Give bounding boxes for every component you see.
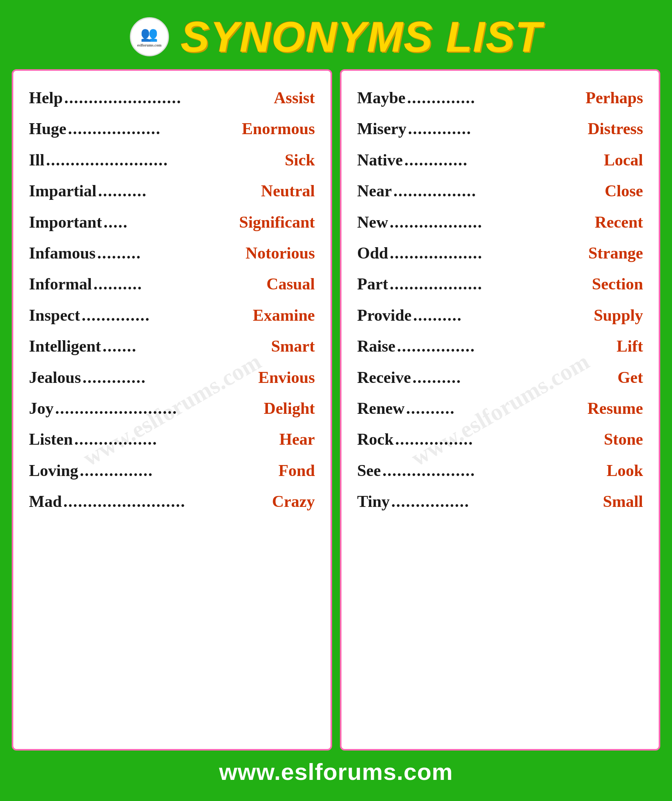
synonym: Fond (279, 461, 315, 480)
dots: ................... (390, 274, 590, 294)
synonym: Smart (271, 336, 315, 356)
dots: ......................... (63, 492, 270, 511)
word: Part (357, 274, 388, 294)
list-item: Rock................Stone (357, 424, 643, 455)
word: Rock (357, 429, 393, 449)
word: Impartial (29, 181, 97, 201)
list-item: Misery.............Distress (357, 113, 643, 144)
logo-text: eslforums.com (137, 43, 162, 48)
list-item: Near.................Close (357, 176, 643, 207)
list-item: Listen.................Hear (29, 424, 315, 455)
dots: .......... (413, 305, 592, 325)
list-item: Intelligent.......Smart (29, 331, 315, 362)
list-item: Raise................Lift (357, 331, 643, 362)
synonym: Local (604, 150, 643, 170)
synonym: Stone (604, 429, 643, 449)
dots: ................... (383, 461, 605, 480)
synonym: Hear (279, 429, 315, 449)
word: Ill (29, 150, 45, 170)
dots: .......... (413, 368, 616, 387)
logo-icon: 👥 (140, 26, 158, 42)
list-item: Impartial..........Neutral (29, 176, 315, 207)
list-item: Native.............Local (357, 145, 643, 176)
dots: ........................ (64, 88, 272, 108)
list-item: Important.....Significant (29, 207, 315, 238)
word: Renew (357, 399, 404, 418)
word: Mad (29, 492, 62, 511)
dots: ................. (74, 429, 278, 449)
synonym: Close (605, 181, 643, 201)
word: See (357, 461, 381, 480)
synonym: Distress (588, 119, 643, 138)
list-item: Part...................Section (357, 269, 643, 300)
dots: ............. (83, 368, 257, 387)
footer-text: www.eslforums.com (219, 759, 453, 785)
list-item: Jealous.............Envious (29, 362, 315, 393)
synonym: Strange (588, 243, 643, 263)
synonym: Examine (253, 305, 315, 325)
synonym: Recent (595, 212, 643, 232)
synonym: Neutral (261, 181, 315, 201)
list-item: Maybe..............Perhaps (357, 83, 643, 113)
list-item: Ill.........................Sick (29, 145, 315, 176)
dots: ............... (80, 461, 277, 480)
dots: ............. (404, 150, 602, 170)
synonym: Resume (588, 399, 643, 418)
dots: ....... (102, 336, 270, 356)
word: Near (357, 181, 392, 201)
synonym: Envious (258, 368, 315, 387)
word: Inspect (29, 305, 80, 325)
synonym: Sick (285, 150, 315, 170)
header: 👥 eslforums.com SYNONYMS LIST (12, 8, 660, 69)
word: Provide (357, 305, 411, 325)
synonym: Get (618, 368, 643, 387)
dots: ......... (97, 243, 244, 263)
list-item: Huge...................Enormous (29, 113, 315, 144)
list-item: Loving...............Fond (29, 455, 315, 486)
footer: www.eslforums.com (12, 751, 660, 789)
dots: ................ (397, 336, 615, 356)
word: Help (29, 88, 63, 108)
synonym: Crazy (272, 492, 315, 511)
word: Jealous (29, 368, 81, 387)
dots: ................... (390, 212, 593, 232)
word: Maybe (357, 88, 406, 108)
synonym: Supply (594, 305, 643, 325)
word: Raise (357, 336, 395, 356)
word: Receive (357, 368, 411, 387)
dots: .............. (407, 88, 584, 108)
list-item: Receive..........Get (357, 362, 643, 393)
dots: ......................... (46, 150, 283, 170)
word: Infamous (29, 243, 95, 263)
word: Native (357, 150, 403, 170)
word: Misery (357, 119, 406, 138)
left-column: www.eslforums.com Help..................… (12, 69, 332, 751)
synonym: Section (592, 274, 643, 294)
list-item: See...................Look (357, 455, 643, 486)
word: New (357, 212, 388, 232)
list-item: Renew..........Resume (357, 393, 643, 424)
synonym: Small (603, 492, 643, 511)
list-item: Infamous.........Notorious (29, 238, 315, 269)
synonym: Assist (274, 88, 315, 108)
word: Important (29, 212, 102, 232)
word: Intelligent (29, 336, 101, 356)
list-item: Mad.........................Crazy (29, 486, 315, 517)
list-item: New...................Recent (357, 207, 643, 238)
dots: .............. (82, 305, 252, 325)
dots: ............. (408, 119, 586, 138)
synonym: Casual (266, 274, 315, 294)
page-title: SYNONYMS LIST (181, 12, 542, 61)
dots: ................... (390, 243, 587, 263)
word: Huge (29, 119, 66, 138)
synonym: Notorious (246, 243, 315, 263)
dots: ......................... (55, 399, 262, 418)
word: Loving (29, 461, 78, 480)
right-column: www.eslforums.com Maybe..............Per… (340, 69, 660, 751)
list-item: Help........................Assist (29, 83, 315, 113)
list-item: Inspect..............Examine (29, 300, 315, 331)
dots: ................ (395, 429, 602, 449)
logo: 👥 eslforums.com (130, 17, 169, 56)
dots: .......... (406, 399, 586, 418)
dots: .......... (98, 181, 260, 201)
